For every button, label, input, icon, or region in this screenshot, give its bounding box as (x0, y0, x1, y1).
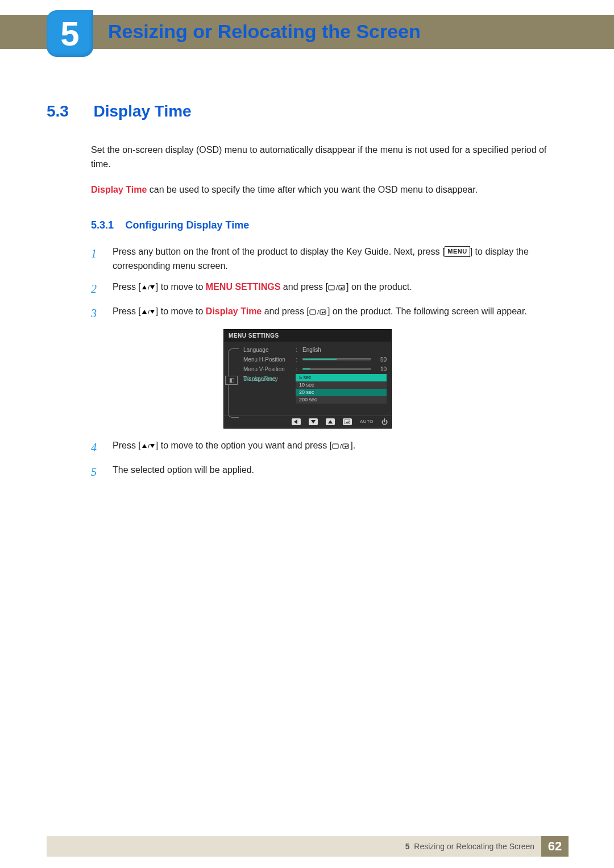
svg-marker-6 (341, 287, 342, 289)
osd-auto-label: AUTO (360, 419, 374, 424)
osd-slider: 10 (302, 366, 387, 372)
section-heading: 5.3 Display Time (47, 102, 569, 121)
osd-label: Menu H-Position (243, 356, 292, 363)
select-enter-icon: / (332, 441, 350, 450)
section-number: 5.3 (47, 102, 91, 121)
osd-rows: Language : English Menu H-Position : 50 … (243, 345, 391, 413)
up-down-arrow-icon: / (141, 306, 156, 316)
osd-label: Menu V-Position (243, 366, 292, 372)
svg-text:/: / (148, 443, 150, 450)
osd-label: Transparency (243, 376, 292, 382)
step-text: Press [ (113, 282, 141, 292)
osd-menu-icon: ◧ (225, 376, 238, 385)
svg-text:/: / (148, 284, 150, 291)
step-text: and press [ (262, 306, 309, 316)
step-text: Press [ (113, 306, 141, 316)
step-number: 3 (91, 305, 101, 322)
svg-text:/: / (148, 309, 150, 315)
step-text: Press any button on the front of the pro… (113, 247, 445, 256)
subsection-number: 5.3.1 (91, 219, 114, 231)
chapter-number-badge: 5 (47, 10, 93, 57)
section-title: Display Time (93, 102, 191, 121)
osd-row-language: Language : English (243, 345, 387, 355)
step-body: Press any button on the front of the pro… (113, 245, 569, 273)
intro-paragraph-1: Set the on-screen display (OSD) menu to … (91, 143, 569, 172)
svg-marker-25 (345, 446, 346, 448)
svg-marker-21 (150, 444, 155, 448)
osd-back-icon (292, 418, 301, 425)
osd-nav-bar: AUTO ⏻ (224, 416, 391, 428)
select-enter-icon: / (309, 306, 327, 316)
up-down-arrow-icon: / (141, 282, 156, 292)
step-body: Press [/] to move to the option you want… (113, 439, 569, 456)
step-1: 1 Press any button on the front of the p… (91, 245, 569, 273)
svg-marker-16 (328, 420, 333, 423)
step-target: Display Time (206, 306, 262, 316)
osd-slider: 50 (302, 356, 387, 363)
step-target: MENU SETTINGS (206, 282, 281, 292)
svg-marker-2 (150, 285, 155, 289)
osd-row-hposition: Menu H-Position : 50 (243, 355, 387, 364)
svg-marker-15 (311, 420, 316, 423)
step-number: 1 (91, 245, 101, 273)
step-text: ] to move to (156, 282, 206, 292)
page-number-badge: 62 (541, 836, 569, 857)
osd-icon-column: ◧ (224, 345, 243, 413)
step-body: Press [/] to move to Display Time and pr… (113, 305, 569, 322)
footer: 5 Resizing or Relocating the Screen 62 (47, 836, 569, 857)
step-number: 5 (91, 463, 101, 481)
footer-chapter-number: 5 (405, 842, 410, 851)
osd-up-icon (326, 418, 335, 425)
step-text: ] to move to (156, 306, 206, 316)
step-body: Press [/] to move to MENU SETTINGS and p… (113, 280, 569, 298)
osd-value: English (302, 347, 387, 353)
menu-key-icon: MENU (445, 246, 470, 257)
svg-marker-9 (150, 310, 155, 314)
step-text: Press [ (113, 441, 141, 450)
osd-label: Language (243, 347, 292, 353)
chapter-title: Resizing or Relocating the Screen (108, 20, 421, 43)
step-number: 4 (91, 439, 101, 456)
svg-text:/: / (317, 309, 320, 315)
step-3: 3 Press [/] to move to Display Time and … (91, 305, 569, 322)
svg-text:/: / (336, 284, 338, 291)
osd-row-transparency: Transparency (243, 374, 387, 384)
osd-title: MENU SETTINGS (224, 330, 391, 342)
svg-marker-13 (322, 312, 323, 314)
svg-marker-0 (142, 285, 147, 289)
subsection-title: Configuring Display Time (126, 219, 250, 231)
svg-rect-10 (310, 310, 316, 314)
step-text: ] on the product. (346, 282, 412, 292)
osd-enter-icon (343, 418, 352, 425)
step-body: The selected option will be applied. (113, 463, 569, 481)
svg-marker-19 (142, 444, 147, 448)
up-down-arrow-icon: / (141, 441, 156, 450)
intro-paragraph-2: Display Time can be used to specify the … (91, 183, 569, 197)
step-text: and press [ (280, 282, 328, 292)
footer-text: 5 Resizing or Relocating the Screen (405, 842, 534, 851)
step-text: ]. (350, 441, 355, 450)
svg-marker-14 (294, 420, 297, 424)
footer-chapter-title: Resizing or Relocating the Screen (414, 842, 534, 851)
osd-slider-value: 10 (374, 366, 387, 372)
step-4: 4 Press [/] to move to the option you wa… (91, 439, 569, 456)
svg-marker-7 (142, 310, 147, 314)
page-content: 5.3 Display Time Set the on-screen displ… (47, 102, 569, 488)
subsection-heading: 5.3.1 Configuring Display Time (91, 219, 569, 231)
svg-rect-3 (329, 285, 334, 290)
osd-screenshot: MENU SETTINGS ◧ Language : English Menu … (223, 329, 392, 429)
osd-slider-value: 50 (374, 356, 387, 363)
osd-down-icon (309, 418, 318, 425)
step-5: 5 The selected option will be applied. (91, 463, 569, 481)
osd-power-icon: ⏻ (381, 418, 388, 425)
osd-row-vposition: Menu V-Position : 10 (243, 364, 387, 374)
intro-rest: can be used to specify the time after wh… (147, 185, 478, 194)
svg-text:/: / (340, 443, 342, 450)
step-text: ] to move to the option you want and pre… (156, 441, 332, 450)
step-text: ] on the product. The following screen w… (327, 306, 527, 316)
select-enter-icon: / (328, 282, 346, 292)
svg-rect-22 (333, 444, 338, 448)
svg-marker-18 (346, 421, 347, 423)
step-number: 2 (91, 280, 101, 298)
intro-emphasis: Display Time (91, 185, 147, 194)
